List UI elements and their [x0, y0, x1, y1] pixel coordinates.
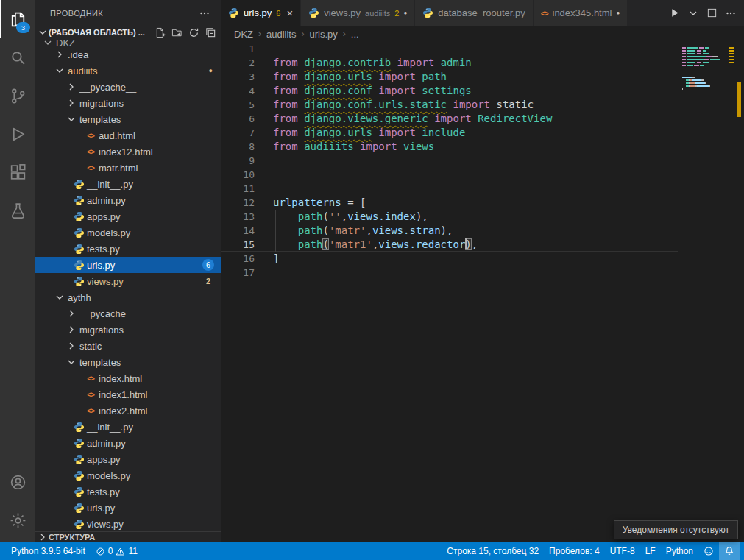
tree-item-index12-html[interactable]: <>index12.html: [35, 143, 221, 160]
code-line[interactable]: 15 path('matr1',views.redactor),: [221, 238, 678, 252]
code-line[interactable]: 8from audiiits import views: [221, 140, 678, 154]
code-editor[interactable]: 12from django.contrib import admin3from …: [221, 42, 744, 542]
tree-item-idea[interactable]: .idea: [35, 46, 221, 63]
tree-item-index2-html[interactable]: <>index2.html: [35, 403, 221, 419]
tree-item-urls-py[interactable]: urls.py6: [35, 257, 221, 273]
code-line[interactable]: 7from django.urls import include: [221, 126, 678, 140]
tree-item-admin-py[interactable]: admin.py: [35, 435, 221, 451]
tree-item-migrations[interactable]: migrations: [35, 95, 221, 111]
status-eol[interactable]: LF: [640, 542, 661, 560]
code-line[interactable]: 12urlpatterns = [: [221, 196, 678, 210]
tree-item-pycache[interactable]: __pycache__: [35, 79, 221, 95]
status-cursor-position[interactable]: Строка 15, столбец 32: [442, 542, 544, 560]
activity-bar-item-extensions[interactable]: [0, 153, 35, 191]
tree-item-static[interactable]: static: [35, 338, 221, 354]
tree-item-index1-html[interactable]: <>index1.html: [35, 386, 221, 403]
chevron-down-icon: [37, 26, 49, 38]
tree-item-label: __init__.py: [87, 179, 133, 190]
status-python-interpreter[interactable]: Python 3.9.5 64-bit: [6, 542, 91, 560]
tree-item-aud-html[interactable]: <>aud.html: [35, 127, 221, 143]
tree-item-admin-py[interactable]: admin.py: [35, 192, 221, 208]
new-file-icon[interactable]: [155, 27, 166, 38]
tree-item-migrations[interactable]: migrations: [35, 322, 221, 338]
new-folder-icon[interactable]: [171, 27, 183, 38]
tab-database-roouter-py[interactable]: database_roouter.py: [415, 0, 534, 26]
tree-item-index-html[interactable]: <>index.html: [35, 370, 221, 386]
split-editor-icon[interactable]: [706, 7, 718, 18]
code-line[interactable]: 16]: [221, 252, 678, 266]
status-indentation[interactable]: Пробелов: 4: [544, 542, 605, 560]
activity-bar-item-source-control[interactable]: [0, 77, 35, 115]
code-line[interactable]: 14 path('matr',views.stran),: [221, 224, 678, 238]
status-notifications[interactable]: [719, 542, 740, 560]
activity-bar-bottom: [0, 463, 35, 539]
workspace-section-header[interactable]: (РАБОЧАЯ ОБЛАСТЬ) ...: [35, 26, 221, 39]
python-icon: [72, 179, 85, 190]
chevron-down-icon[interactable]: [687, 7, 699, 19]
tab-label: urls.py: [244, 7, 272, 18]
tree-item-init-py[interactable]: __init__.py: [35, 176, 221, 192]
minimap[interactable]: [682, 44, 734, 94]
chevron-down-icon: [65, 113, 78, 125]
tree-item-tests-py[interactable]: tests.py: [35, 483, 221, 500]
tree-item-templates[interactable]: templates: [35, 354, 221, 370]
code-line[interactable]: 5from django.conf.urls.static import sta…: [221, 98, 678, 112]
tree-item-init-py[interactable]: __init__.py: [35, 419, 221, 435]
tree-item-views-py[interactable]: views.py2: [35, 273, 221, 289]
breadcrumb-separator: ›: [258, 29, 261, 39]
play-icon[interactable]: [669, 7, 680, 18]
views-and-more-actions-icon[interactable]: [199, 7, 210, 19]
tree-item-apps-py[interactable]: apps.py: [35, 451, 221, 467]
close-icon[interactable]: ×: [286, 7, 293, 18]
code-line[interactable]: 11: [221, 182, 678, 196]
tree-item-label: templates: [79, 357, 121, 368]
code-line[interactable]: 1: [221, 42, 678, 56]
status-feedback[interactable]: [698, 542, 719, 560]
status-encoding[interactable]: UTF-8: [605, 542, 640, 560]
scrollbar[interactable]: [734, 42, 744, 542]
code-line[interactable]: 17: [221, 266, 678, 280]
activity-bar-item-run-debug[interactable]: [0, 115, 35, 153]
code-line[interactable]: 2from django.contrib import admin: [221, 56, 678, 70]
tree-item-tests-py[interactable]: tests.py: [35, 241, 221, 257]
activity-bar-item-account[interactable]: [0, 463, 35, 501]
tree-item-pycache[interactable]: __pycache__: [35, 305, 221, 322]
indent-guide: [275, 210, 276, 252]
tab-urls-py[interactable]: urls.py6×: [221, 0, 301, 26]
tree-item-audiiits[interactable]: audiiits●: [35, 63, 221, 79]
code-line[interactable]: 13 path('',views.index),: [221, 210, 678, 224]
breadcrumb-item[interactable]: DKZ: [234, 29, 253, 40]
status-language-mode[interactable]: Python: [661, 542, 698, 560]
tree-item-models-py[interactable]: models.py: [35, 224, 221, 241]
line-number: 6: [221, 112, 255, 126]
activity-bar-item-explorer[interactable]: 3: [0, 0, 35, 38]
tree-item-matr-html[interactable]: <>matr.html: [35, 160, 221, 176]
breadcrumb-item[interactable]: urls.py: [309, 29, 337, 40]
line-number: 8: [221, 140, 255, 154]
tab-views-py[interactable]: views.pyaudiiits2●: [301, 0, 415, 26]
tree-item-dkz[interactable]: DKZ: [35, 39, 221, 46]
code-line[interactable]: 4from django.conf import settings: [221, 84, 678, 98]
code-line[interactable]: 10: [221, 168, 678, 182]
breadcrumb-item[interactable]: ...: [351, 29, 359, 40]
code-line[interactable]: 6from django.views.generic import Redire…: [221, 112, 678, 126]
tab-index345-html[interactable]: <>index345.html●: [534, 0, 628, 26]
tree-item-models-py[interactable]: models.py: [35, 467, 221, 483]
tree-item-urls-py[interactable]: urls.py: [35, 500, 221, 516]
tree-item-apps-py[interactable]: apps.py: [35, 208, 221, 224]
refresh-icon[interactable]: [188, 27, 199, 38]
code-line[interactable]: 9: [221, 154, 678, 168]
outline-section-header[interactable]: СТРУКТУРА: [35, 531, 221, 542]
activity-bar-item-search[interactable]: [0, 38, 35, 77]
tree-item-templates[interactable]: templates: [35, 111, 221, 127]
breadcrumb-item[interactable]: audiiits: [266, 29, 296, 40]
ellipsis-icon[interactable]: [725, 7, 737, 19]
tree-item-views-py[interactable]: views.py: [35, 516, 221, 532]
activity-bar-item-testing[interactable]: [0, 191, 35, 230]
warnings-count: 11: [128, 546, 137, 556]
collapse-all-icon[interactable]: [205, 27, 216, 38]
code-line[interactable]: 3from django.urls import path: [221, 70, 678, 84]
activity-bar-item-settings[interactable]: [0, 501, 35, 539]
status-problems[interactable]: 011: [91, 542, 143, 560]
tree-item-aythh[interactable]: aythh: [35, 289, 221, 305]
